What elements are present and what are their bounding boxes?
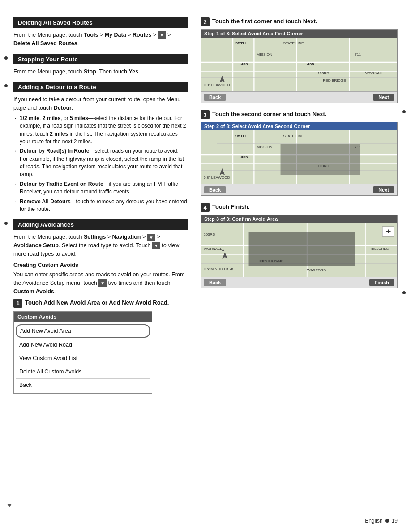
page-footer: English 19 [365, 518, 398, 524]
avoidances-section: Adding Avoidances From the Menu page, to… [13, 219, 188, 394]
svg-text:WORNALL: WORNALL [365, 72, 384, 75]
margin-dot-3 [4, 222, 8, 225]
map-2-btn-row: Back Next [201, 184, 397, 195]
right-dot-2 [402, 291, 406, 294]
ca-item-add-road[interactable]: Add New Avoid Road [16, 339, 150, 352]
svg-text:435: 435 [307, 62, 314, 66]
page-container: Deleting All Saved Routes From the Menu … [0, 0, 411, 532]
column-divider [193, 17, 193, 304]
creating-custom-header: Creating Custom Avoids [13, 261, 188, 270]
custom-avoids-menu: Custom Avoids Add New Avoid Area Add New… [13, 311, 152, 394]
bullet-remove-detours: Remove All Detours—touch to remove any d… [13, 198, 188, 214]
map-2-title: Step 2 of 3: Select Avoid Area Second Co… [201, 122, 397, 130]
map-1-title: Step 1 of 3: Select Avoid Area First Cor… [201, 30, 397, 38]
svg-text:0.5": 0.5" [204, 267, 210, 271]
map-3-title: Step 3 of 3: Confirm Avoid Area [201, 215, 397, 223]
right-dot-1 [402, 110, 406, 113]
step-2-row: 2 Touch the first corner and touch Next. [201, 17, 398, 26]
detour-bullets: 1/2 mile, 2 miles, or 5 miles—select the… [13, 115, 188, 214]
svg-text:711: 711 [355, 146, 361, 149]
step-3-text: Touch the second corner and touch Next. [212, 110, 326, 118]
ca-item-view-list[interactable]: View Custom Avoid List [16, 352, 150, 365]
map-3-roads: + 103RD WORNALL RED BRIDGE WARFORD 0.5" … [201, 223, 397, 277]
stopping-route-section: Stopping Your Route From the Menu page, … [13, 54, 188, 76]
map-3-back-btn[interactable]: Back [204, 279, 226, 286]
svg-text:435: 435 [241, 155, 248, 159]
left-column: Deleting All Saved Routes From the Menu … [13, 17, 188, 400]
svg-text:MISSION: MISSION [257, 53, 272, 56]
bullet-half-mile: 1/2 mile, 2 miles, or 5 miles—select the… [13, 115, 188, 146]
svg-text:HILLCREST: HILLCREST [371, 247, 391, 251]
stopping-route-body: From the Menu page, touch Stop. Then tou… [13, 68, 188, 76]
detour-body: If you need to take a detour from your c… [13, 95, 188, 213]
step-4-row: 4 Touch Finish. [201, 203, 398, 212]
creating-custom-body: You can enter specific areas and roads t… [13, 270, 188, 296]
deleting-routes-body: From the Menu page, touch Tools > My Dat… [13, 31, 188, 48]
svg-rect-0 [201, 38, 397, 91]
svg-text:95TH: 95TH [235, 41, 246, 45]
step-2-text: Touch the first corner and touch Next. [212, 17, 317, 26]
avoidances-header: Adding Avoidances [13, 219, 188, 230]
left-margin-line [10, 36, 10, 505]
map-2: Step 2 of 3: Select Avoid Area Second Co… [201, 122, 398, 196]
map-3-btn-row: Back Finish [201, 277, 397, 288]
map-3-content: + 103RD WORNALL RED BRIDGE WARFORD 0.5" … [201, 223, 397, 277]
map-1-next-btn[interactable]: Next [373, 94, 394, 101]
svg-text:711: 711 [355, 53, 361, 56]
ca-item-add-area[interactable]: Add New Avoid Area [16, 324, 150, 338]
map-3-finish-btn[interactable]: Finish [369, 279, 394, 286]
detour-header: Adding a Detour to a Route [13, 82, 188, 92]
bullet-detour-road: Detour by Road(s) In Route—select roads … [13, 147, 188, 179]
svg-text:0.8" LEAWOOD: 0.8" LEAWOOD [204, 83, 230, 87]
svg-text:435: 435 [241, 62, 248, 66]
svg-rect-29 [281, 144, 360, 175]
step-1-row: 1 Touch Add New Avoid Area or Add New Av… [13, 299, 188, 308]
deleting-routes-header: Deleting All Saved Routes [13, 17, 188, 28]
svg-text:103RD: 103RD [204, 233, 215, 236]
step-1-text: Touch Add New Avoid Area or Add New Avoi… [25, 299, 169, 307]
step-3-row: 3 Touch the second corner and touch Next… [201, 110, 398, 119]
avoidances-body: From the Menu page, touch Settings > Nav… [13, 233, 188, 394]
map-1: Step 1 of 3: Select Avoid Area First Cor… [201, 29, 398, 103]
ca-item-delete-all[interactable]: Delete All Custom Avoids [16, 365, 150, 379]
step-4-text: Touch Finish. [212, 203, 250, 211]
svg-text:STATE LINE: STATE LINE [283, 42, 304, 45]
map-2-next-btn[interactable]: Next [373, 186, 394, 193]
step-1-num: 1 [13, 299, 22, 308]
map-1-roads: 95TH MISSION STATE LINE 435 435 711 103R… [201, 38, 397, 91]
footer-page-num: 19 [392, 518, 398, 524]
bullet-detour-traffic: Detour by Traffic Event on Route—if you … [13, 180, 188, 196]
deleting-routes-section: Deleting All Saved Routes From the Menu … [13, 17, 188, 48]
custom-avoids-title: Custom Avoids [14, 312, 152, 322]
svg-text:RED BRIDGE: RED BRIDGE [259, 260, 282, 263]
map-1-back-btn[interactable]: Back [204, 94, 226, 101]
map-2-content: 95TH MISSION STATE LINE 435 711 103RD 0.… [201, 130, 397, 184]
right-column: 2 Touch the first corner and touch Next.… [201, 17, 398, 296]
margin-dot-2 [4, 84, 8, 87]
svg-text:+: + [386, 227, 391, 235]
svg-text:WORNALL: WORNALL [204, 247, 222, 251]
footer-lang: English [365, 518, 382, 524]
arrow-down-icon [7, 504, 12, 507]
svg-text:103RD: 103RD [317, 72, 329, 75]
stopping-route-header: Stopping Your Route [13, 54, 188, 64]
svg-text:RED BRIDGE: RED BRIDGE [323, 79, 346, 82]
map-1-content: 95TH MISSION STATE LINE 435 435 711 103R… [201, 38, 397, 91]
map-1-btn-row: Back Next [201, 91, 397, 103]
step-4-num: 4 [201, 203, 210, 212]
map-2-roads: 95TH MISSION STATE LINE 435 711 103RD 0.… [201, 130, 397, 184]
svg-text:STATE LINE: STATE LINE [283, 134, 304, 138]
detour-section: Adding a Detour to a Route If you need t… [13, 82, 188, 213]
margin-dot-1 [4, 56, 8, 60]
map-2-back-btn[interactable]: Back [204, 186, 226, 193]
svg-text:WARFORD: WARFORD [307, 269, 326, 272]
svg-text:0.8" LEAWOOD: 0.8" LEAWOOD [204, 176, 230, 180]
top-rule [13, 9, 398, 9]
footer-dot-icon [385, 519, 389, 523]
svg-text:95TH: 95TH [235, 134, 246, 138]
svg-text:▲: ▲ [221, 248, 225, 252]
svg-text:103RD: 103RD [317, 164, 329, 168]
step-2-num: 2 [201, 17, 210, 26]
svg-text:MISSION: MISSION [257, 146, 272, 149]
ca-item-back[interactable]: Back [16, 379, 150, 392]
